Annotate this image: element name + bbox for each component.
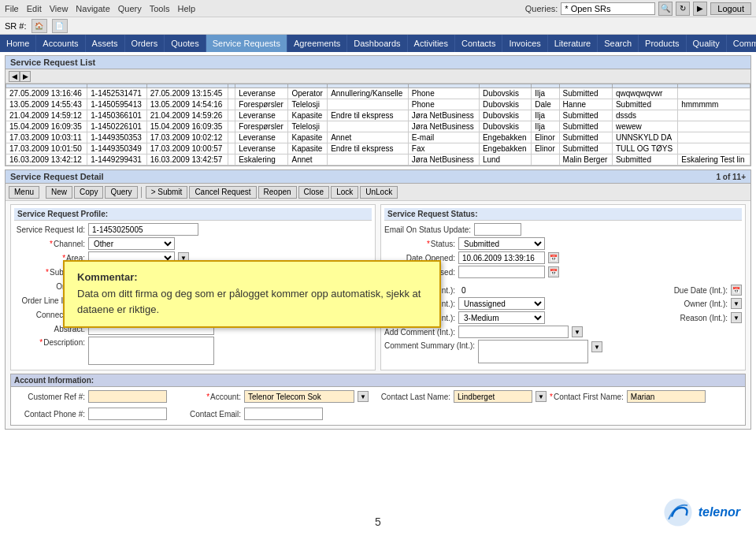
contact-last-label: Contact Last Name: <box>380 393 450 401</box>
owner-label: Owner (Int.): <box>657 300 728 308</box>
new-button[interactable]: New <box>46 186 72 199</box>
menu-file[interactable]: File <box>5 4 19 13</box>
submit-button[interactable]: > Submit <box>146 186 188 199</box>
nav-item-assets[interactable]: Assets <box>86 35 125 52</box>
status-section-header: Service Request Status: <box>384 208 742 221</box>
menu-query[interactable]: Query <box>118 4 142 13</box>
table-row[interactable]: 17.03.2009 10:03:11 1-1449350353 17.03.2… <box>6 132 750 143</box>
contact-first-input[interactable] <box>627 390 706 403</box>
page-number: 5 <box>375 516 381 528</box>
refresh-icon-btn[interactable]: ↻ <box>676 2 690 16</box>
channel-select[interactable]: Other <box>88 237 175 250</box>
nav-item-quotes[interactable]: Quotes <box>165 35 206 52</box>
telenor-icon <box>662 497 694 528</box>
owner-pick-btn[interactable]: ▼ <box>731 298 742 309</box>
menu-navigate[interactable]: Navigate <box>76 4 109 13</box>
comment-text: Data om ditt firma og deg som er pålogge… <box>77 286 427 317</box>
comment-overlay: Kommentar: Data om ditt firma og deg som… <box>63 260 441 328</box>
nav-item-activities[interactable]: Activities <box>408 35 455 52</box>
date-opened-cal-btn[interactable]: 📅 <box>548 252 559 263</box>
nav-item-accounts[interactable]: Accounts <box>36 35 85 52</box>
status-select[interactable]: Submitted <box>458 237 545 250</box>
account-input[interactable] <box>244 390 354 403</box>
account-section-header: Account Information: <box>11 374 745 387</box>
menu-tools[interactable]: Tools <box>150 4 170 13</box>
email-input[interactable] <box>244 408 323 420</box>
add-comment-input[interactable] <box>458 326 569 338</box>
menu-help[interactable]: Help <box>177 4 195 13</box>
comment-summary-btn[interactable]: ▼ <box>591 341 602 352</box>
nav-item-contacts[interactable]: Contacts <box>455 35 502 52</box>
table-row[interactable]: 27.05.2009 13:16:46 1-1452531471 27.05.2… <box>6 88 750 99</box>
sr-table: 27.05.2009 13:16:46 1-1452531471 27.05.2… <box>6 84 750 166</box>
sr-label: SR #: <box>5 21 27 31</box>
comment-title: Kommentar: <box>77 271 427 283</box>
page-footer: 5 <box>0 516 756 528</box>
menu-button[interactable]: Menu <box>9 186 39 199</box>
nav-item-communications[interactable]: Communications <box>727 35 756 52</box>
nav-item-home[interactable]: Home <box>0 35 36 52</box>
sr-id-input[interactable] <box>88 223 198 236</box>
customer-ref-input[interactable] <box>88 390 167 403</box>
profile-section-header: Service Request Profile: <box>14 208 372 221</box>
comment-summary-textarea[interactable] <box>478 340 588 363</box>
reason-label: Reason (Int.): <box>657 314 728 322</box>
sub-status-select[interactable]: Unassigned <box>458 297 545 310</box>
table-row[interactable]: 21.04.2009 14:59:12 1-1450366101 21.04.2… <box>6 110 750 121</box>
scroll-left-btn[interactable]: ◀ <box>9 71 20 82</box>
customer-ref-label: Customer Ref #: <box>14 393 85 401</box>
close-button[interactable]: Close <box>298 186 330 199</box>
cancel-request-button[interactable]: Cancel Request <box>189 186 256 199</box>
table-row[interactable]: 16.03.2009 13:42:12 1-1449299431 16.03.2… <box>6 154 750 166</box>
due-date-cal-btn[interactable]: 📅 <box>731 285 742 296</box>
nav-icon-btn[interactable]: ▶ <box>693 2 707 16</box>
search-icon-btn[interactable]: 🔍 <box>658 2 673 16</box>
telenor-logo: telenor <box>662 497 740 528</box>
nav-item-literature[interactable]: Literature <box>548 35 598 52</box>
toolbar-icon-2[interactable]: 📄 <box>52 19 68 33</box>
scroll-right-btn[interactable]: ▶ <box>20 71 31 82</box>
description-textarea[interactable] <box>88 337 214 365</box>
account-pick-btn[interactable]: ▼ <box>358 391 369 402</box>
date-closed-input[interactable] <box>458 266 545 278</box>
reopen-button[interactable]: Reopen <box>258 186 297 199</box>
nav-bar: Home Accounts Assets Orders Quotes Servi… <box>0 35 756 52</box>
table-row[interactable]: 15.04.2009 16:09:35 1-1450226101 15.04.2… <box>6 121 750 132</box>
lock-button[interactable]: Lock <box>331 186 358 199</box>
table-row[interactable]: 17.03.2009 10:01:50 1-1449350349 17.03.2… <box>6 143 750 154</box>
sr-detail-title-text: Service Request Detail <box>10 172 104 181</box>
nav-item-dashboards[interactable]: Dashboards <box>347 35 407 52</box>
menu-items: File Edit View Navigate Query Tools Help <box>5 4 195 13</box>
add-comment-label: Add Comment (Int.): <box>384 328 455 337</box>
channel-label: Channel: <box>14 240 85 248</box>
phone-input[interactable] <box>88 408 167 420</box>
reason-pick-btn[interactable]: ▼ <box>731 312 742 323</box>
email-label: Contact Email: <box>170 410 241 419</box>
nav-item-invoices[interactable]: Invoices <box>502 35 547 52</box>
top-bar-right: Queries: 🔍 ↻ ▶ Logout <box>525 2 751 16</box>
date-closed-cal-btn[interactable]: 📅 <box>548 266 559 277</box>
priority-select[interactable]: 3-Medium <box>458 311 545 324</box>
table-row[interactable]: 13.05.2009 14:55:43 1-1450595413 13.05.2… <box>6 99 750 110</box>
email-status-input[interactable] <box>474 223 521 236</box>
nav-item-quality[interactable]: Quality <box>687 35 727 52</box>
add-comment-btn[interactable]: ▼ <box>572 326 583 337</box>
due-date-label: Due Date (Int.): <box>657 286 728 295</box>
unlock-button[interactable]: UnLock <box>360 186 398 199</box>
menu-edit[interactable]: Edit <box>27 4 42 13</box>
nav-item-orders[interactable]: Orders <box>125 35 165 52</box>
toolbar-icon-1[interactable]: 🏠 <box>32 19 47 33</box>
processed-value: 0 <box>461 286 466 295</box>
nav-item-agreements[interactable]: Agreements <box>287 35 347 52</box>
logout-button[interactable]: Logout <box>710 2 751 15</box>
queries-input[interactable] <box>561 2 655 15</box>
contact-last-pick-btn[interactable]: ▼ <box>536 391 547 402</box>
menu-view[interactable]: View <box>50 4 69 13</box>
nav-item-search[interactable]: Search <box>598 35 639 52</box>
nav-item-service-requests[interactable]: Service Requests <box>206 35 287 52</box>
date-opened-input[interactable] <box>458 251 545 264</box>
query-button[interactable]: Query <box>105 186 137 199</box>
nav-item-products[interactable]: Products <box>639 35 686 52</box>
copy-button[interactable]: Copy <box>74 186 103 199</box>
contact-last-input[interactable] <box>454 390 532 403</box>
